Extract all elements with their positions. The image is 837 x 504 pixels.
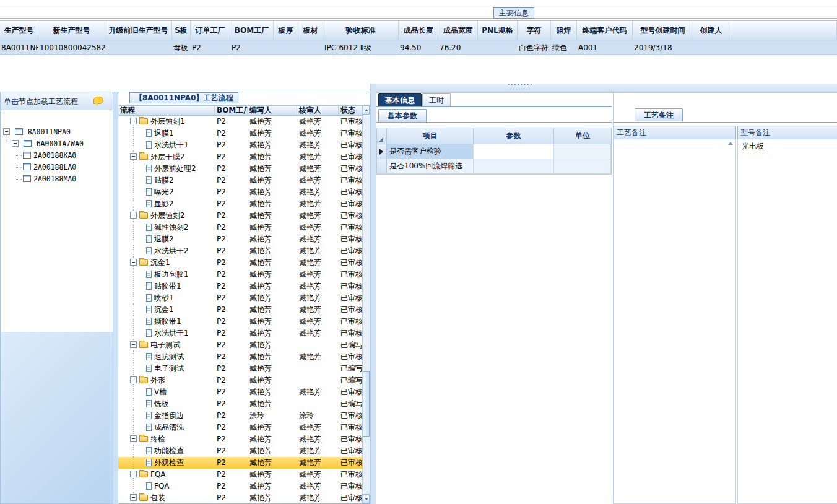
- flow-row[interactable]: FQAP2臧艳芳臧艳芳已审核: [118, 480, 363, 492]
- flow-row[interactable]: 碱性蚀刻2P2臧艳芳臧艳芳已审核: [118, 222, 363, 233]
- flow-row[interactable]: 贴膜2P2臧艳芳臧艳芳已审核: [118, 175, 363, 186]
- param-col-unit[interactable]: 单位: [554, 128, 611, 144]
- flow-process-cell[interactable]: 贴胶带1: [118, 280, 215, 292]
- flow-row[interactable]: 外形P2臧艳芳已编写: [118, 375, 363, 386]
- flow-row[interactable]: 水洗烘干1P2臧艳芳臧艳芳已审核: [118, 328, 363, 339]
- param-unit-cell[interactable]: [554, 159, 611, 173]
- flow-row[interactable]: 电子测试P2臧艳芳已编写: [118, 363, 363, 375]
- flow-process-cell[interactable]: V槽: [118, 386, 215, 398]
- collapse-minus-icon[interactable]: [130, 435, 137, 442]
- flow-process-cell[interactable]: 水洗烘干1: [118, 328, 215, 339]
- flow-process-cell[interactable]: 喷砂1: [118, 292, 215, 304]
- flow-process-cell[interactable]: 外层蚀刻2: [118, 210, 215, 222]
- flow-process-cell[interactable]: 沉金1: [118, 304, 215, 316]
- flow-process-cell[interactable]: 包装: [118, 492, 215, 504]
- flow-row[interactable]: 贴胶带1P2臧艳芳臧艳芳已审核: [118, 280, 363, 292]
- main-info-data-row[interactable]: 8A0011NPA010010800042582母板P2P2IPC-6012 Ⅱ…: [0, 40, 837, 55]
- model-notes-content[interactable]: 光电板: [737, 139, 837, 504]
- flow-col-status[interactable]: 状态: [339, 106, 363, 115]
- left-splitter[interactable]: [113, 92, 118, 504]
- collapse-minus-icon[interactable]: [130, 494, 137, 501]
- flow-row[interactable]: 板边包胶1P2臧艳芳臧艳芳已审核: [118, 269, 363, 280]
- main-info-col-6[interactable]: 板厚: [274, 21, 298, 40]
- flow-row[interactable]: 外层干膜2P2臧艳芳臧艳芳已审核: [118, 151, 363, 163]
- main-info-col-2[interactable]: 升级前旧生产型号: [105, 21, 172, 40]
- main-info-col-11[interactable]: PNL规格: [478, 21, 518, 40]
- flow-process-cell[interactable]: 曝光2: [118, 186, 215, 198]
- flow-col-reviewer[interactable]: 核审人: [297, 106, 339, 115]
- param-item-cell[interactable]: 是否100%回流焊筛选: [387, 159, 474, 173]
- collapse-minus-icon[interactable]: [130, 341, 137, 348]
- flow-col-bom-factory[interactable]: BOM工厂: [215, 106, 248, 115]
- flow-process-cell[interactable]: 板边包胶1: [118, 269, 215, 280]
- main-info-col-1[interactable]: 新生产型号: [38, 21, 105, 40]
- flow-process-cell[interactable]: 电子测试: [118, 363, 215, 375]
- flow-process-cell[interactable]: 电子测试: [118, 339, 215, 351]
- main-info-col-10[interactable]: 成品宽度: [438, 21, 478, 40]
- main-info-col-16[interactable]: 创建人: [693, 21, 729, 40]
- param-col-value[interactable]: 参数: [474, 128, 554, 144]
- flow-row[interactable]: 撕胶带1P2臧艳芳臧艳芳已审核: [118, 316, 363, 328]
- collapse-minus-icon[interactable]: [130, 118, 137, 124]
- flow-row[interactable]: 包装P2臧艳芳臧艳芳已审核: [118, 492, 363, 504]
- notes-scroll-up-icon[interactable]: [728, 142, 733, 145]
- main-info-col-3[interactable]: S板: [172, 21, 191, 40]
- flow-process-cell[interactable]: 显影2: [118, 198, 215, 210]
- flow-row[interactable]: 沉金1P2臧艳芳臧艳芳已审核: [118, 257, 363, 269]
- main-info-col-7[interactable]: 板材: [298, 21, 323, 40]
- flow-row[interactable]: 铣板P2臧艳芳已编写: [118, 398, 363, 410]
- flow-row[interactable]: 退膜1P2臧艳芳臧艳芳已审核: [118, 128, 363, 139]
- flow-row[interactable]: 曝光2P2臧艳芳臧艳芳已审核: [118, 186, 363, 198]
- param-value-cell[interactable]: [474, 159, 554, 173]
- flow-process-cell[interactable]: 外层前处理2: [118, 163, 215, 175]
- flow-process-cell[interactable]: 碱性蚀刻2: [118, 222, 215, 233]
- flow-process-cell[interactable]: 水洗烘干2: [118, 245, 215, 257]
- flow-process-cell[interactable]: 外层干膜2: [118, 151, 215, 163]
- collapse-minus-icon[interactable]: [130, 259, 137, 266]
- scroll-down-button[interactable]: [363, 494, 370, 503]
- collapse-minus-icon[interactable]: [130, 376, 137, 383]
- main-info-col-4[interactable]: 订单工厂: [191, 21, 230, 40]
- param-row[interactable]: 是否100%回流焊筛选: [377, 159, 611, 174]
- flow-row[interactable]: 阻抗测试P2臧艳芳臧艳芳已审核: [118, 351, 363, 363]
- flow-process-cell[interactable]: 退膜2: [118, 233, 215, 245]
- collapse-minus-icon[interactable]: [3, 128, 10, 135]
- main-info-col-5[interactable]: BOM工厂: [230, 21, 274, 40]
- tree-node-grandchild[interactable]: 2A00188KA0: [1, 150, 113, 162]
- main-info-col-9[interactable]: 成品长度: [399, 21, 438, 40]
- flow-row[interactable]: 金指倒边P2涂玲涂玲已审核: [118, 410, 363, 422]
- flow-row[interactable]: 外观检查P2臧艳芳臧艳芳已审核: [118, 457, 363, 469]
- flow-process-cell[interactable]: 外观检查: [118, 457, 215, 469]
- flow-process-cell[interactable]: 外形: [118, 375, 215, 386]
- flow-row[interactable]: 沉金1P2臧艳芳臧艳芳已审核: [118, 304, 363, 316]
- flow-process-cell[interactable]: 终检: [118, 433, 215, 445]
- flow-process-cell[interactable]: FQA: [118, 469, 215, 480]
- main-info-col-15[interactable]: 型号创建时间: [633, 21, 693, 40]
- flow-process-cell[interactable]: 功能检查: [118, 445, 215, 457]
- main-info-col-8[interactable]: 验收标准: [323, 21, 399, 40]
- splitter-grip-dots[interactable]: ···············: [508, 83, 533, 92]
- flow-row[interactable]: 电子测试P2臧艳芳已编写: [118, 339, 363, 351]
- flow-scrollbar[interactable]: [362, 105, 370, 503]
- flow-row[interactable]: 外层蚀刻2P2臧艳芳臧艳芳已审核: [118, 210, 363, 222]
- scroll-up-button[interactable]: [363, 105, 370, 115]
- flow-row[interactable]: 外层蚀刻1P2臧艳芳臧艳芳已审核: [118, 116, 363, 128]
- flow-row[interactable]: 水洗烘干2P2臧艳芳臧艳芳已审核: [118, 245, 363, 257]
- param-row[interactable]: 是否需客户检验: [377, 144, 611, 159]
- flow-row[interactable]: 成品清洗P2臧艳芳臧艳芳已审核: [118, 422, 363, 433]
- flow-process-cell[interactable]: 外层蚀刻1: [118, 116, 215, 128]
- tab-basic-info[interactable]: 基本信息: [378, 93, 422, 106]
- flow-row[interactable]: FQAP2臧艳芳臧艳芳已审核: [118, 469, 363, 480]
- main-info-col-12[interactable]: 字符: [518, 21, 551, 40]
- process-notes-content[interactable]: [614, 139, 736, 504]
- tab-work-hours[interactable]: 工时: [422, 93, 451, 106]
- flow-row[interactable]: 退膜2P2臧艳芳臧艳芳已审核: [118, 233, 363, 245]
- top-splitter-bar[interactable]: ···············: [376, 84, 837, 93]
- param-value-cell[interactable]: [474, 144, 554, 159]
- param-col-item[interactable]: 项目: [387, 128, 474, 144]
- flow-col-writer[interactable]: 编写人: [248, 106, 297, 115]
- flow-row[interactable]: 水洗烘干1P2臧艳芳臧艳芳已审核: [118, 139, 363, 151]
- collapse-minus-icon[interactable]: [130, 471, 137, 477]
- tab-basic-params[interactable]: 基本参数: [378, 109, 427, 122]
- tree-node-root[interactable]: 8A0011NPA0: [1, 126, 113, 138]
